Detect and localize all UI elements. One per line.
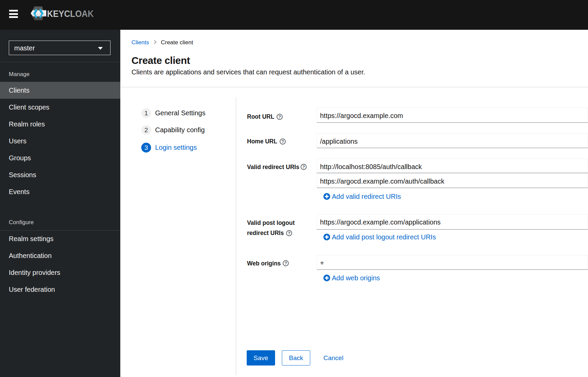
svg-text:?: ?: [285, 261, 287, 266]
svg-text:KEYCLOAK: KEYCLOAK: [47, 9, 94, 19]
svg-text:?: ?: [281, 139, 284, 144]
svg-text:?: ?: [278, 115, 281, 119]
svg-text:?: ?: [302, 165, 305, 169]
svg-text:?: ?: [288, 231, 291, 236]
